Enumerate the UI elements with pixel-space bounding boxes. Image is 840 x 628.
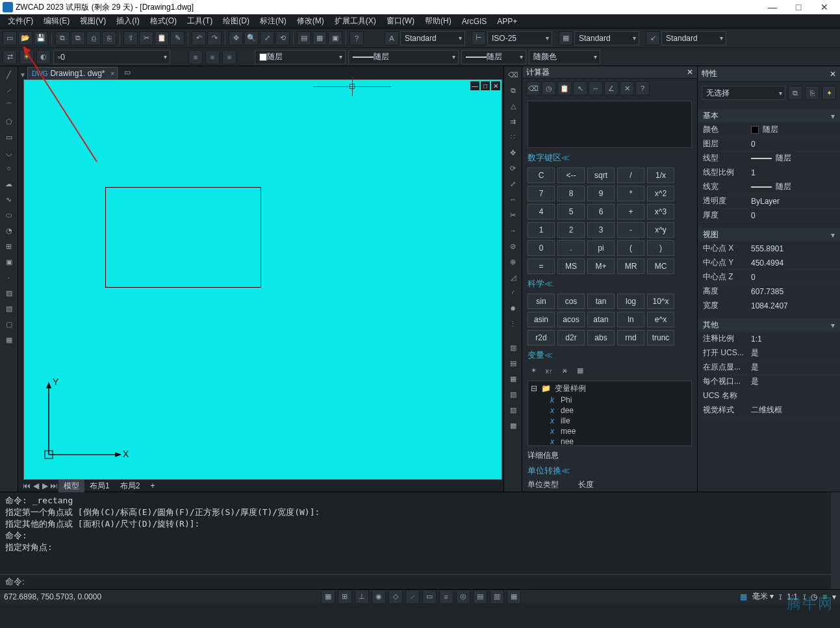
expand-icon[interactable]: ▾ xyxy=(832,592,836,601)
var-tree[interactable]: ⊟📁变量样例 kPhi xdee xille xmee xnee xrad xyxy=(528,381,692,446)
tab-layout2[interactable]: 布局2 xyxy=(115,480,146,492)
xline-icon[interactable]: ⟋ xyxy=(2,83,16,97)
calc-close-icon[interactable]: ✕ xyxy=(687,68,693,77)
menu-view[interactable]: 视图(V) xyxy=(75,14,111,28)
tablestyle-icon[interactable]: ▦ xyxy=(559,31,573,45)
calc-key-6[interactable]: 6 xyxy=(587,204,615,220)
tile3-icon[interactable]: ▦ xyxy=(506,371,520,386)
selection-select[interactable]: 无选择 xyxy=(702,86,785,100)
var-section[interactable]: 变量≪ xyxy=(522,348,697,362)
insert-icon[interactable]: ⊞ xyxy=(2,239,16,253)
menu-format[interactable]: 格式(O) xyxy=(145,14,182,28)
var-del-icon[interactable]: x̶ xyxy=(559,365,570,377)
layout-prev-icon[interactable]: ◀ xyxy=(31,481,40,490)
calc-key-1[interactable]: 1 xyxy=(528,222,555,238)
menu-tools[interactable]: 工具(T) xyxy=(182,14,218,28)
tile2-icon[interactable]: ▤ xyxy=(506,356,520,370)
layeroff-icon[interactable]: ≡ xyxy=(205,50,220,64)
calc-sci-10^x[interactable]: 10^x xyxy=(647,294,674,309)
calc-key--[interactable]: - xyxy=(617,222,644,238)
prop-ltype[interactable]: 随层 xyxy=(745,153,835,164)
pan-icon[interactable]: ✥ xyxy=(229,31,243,45)
unit-section[interactable]: 单位转换≪ xyxy=(522,464,697,478)
sub-min-icon[interactable]: — xyxy=(470,81,479,90)
tab-add[interactable]: + xyxy=(145,481,160,491)
var-item[interactable]: ille xyxy=(561,416,570,425)
calc-key-/[interactable]: / xyxy=(617,168,644,183)
menu-help[interactable]: 帮助(H) xyxy=(420,14,457,28)
calc-help-icon[interactable]: ? xyxy=(635,81,650,95)
layout-last-icon[interactable]: ⏭ xyxy=(49,481,58,490)
calc-sci-tan[interactable]: tan xyxy=(587,294,615,309)
dimstyle-select[interactable]: ISO-25 xyxy=(487,31,552,45)
grid-icon[interactable]: ▦ xyxy=(321,590,335,604)
prop-cx[interactable]: 555.8901 xyxy=(745,244,835,253)
trans-icon[interactable]: ▤ xyxy=(473,590,487,604)
ucs-status-icon[interactable]: ⟟ xyxy=(779,592,782,601)
revcloud-icon[interactable]: ☁ xyxy=(2,177,16,191)
calc-key-9[interactable]: 9 xyxy=(587,186,615,201)
calc-key-sqrt[interactable]: sqrt xyxy=(587,168,615,183)
ltype-select[interactable]: 随层 xyxy=(348,50,459,64)
region-icon[interactable]: ▢ xyxy=(2,317,16,331)
calc-sci-trunc[interactable]: trunc xyxy=(647,330,674,345)
stretch-icon[interactable]: ↔ xyxy=(506,192,520,207)
menu-app[interactable]: APP+ xyxy=(492,16,522,27)
color-select[interactable]: 随层 xyxy=(255,50,346,64)
maximize-button[interactable]: □ xyxy=(785,2,811,12)
calc-key-<--[interactable]: <-- xyxy=(557,168,585,183)
sect-view[interactable]: 视图 xyxy=(703,229,719,240)
chevron-down-icon[interactable]: ▾ xyxy=(831,112,835,121)
calc-key-2[interactable]: 2 xyxy=(557,222,585,238)
calc-sci-d2r[interactable]: d2r xyxy=(557,330,585,345)
tree-toggle-icon[interactable]: ⊟ xyxy=(531,384,537,393)
calc-key-x^3[interactable]: x^3 xyxy=(647,204,674,220)
block-icon[interactable]: ▣ xyxy=(2,255,16,269)
calc-icon[interactable]: ▦ xyxy=(312,31,327,45)
zoom-icon[interactable]: 🔍 xyxy=(244,31,259,45)
layerswitch-icon[interactable]: ⇄ xyxy=(3,50,17,64)
calc-sci-abs[interactable]: abs xyxy=(587,330,615,345)
polar-icon[interactable]: ◉ xyxy=(372,590,386,604)
var-item[interactable]: Phi xyxy=(561,396,572,405)
prop-cy[interactable]: 450.4994 xyxy=(745,258,835,268)
command-history[interactable]: 命令: _rectang 指定第一个角点或 [倒角(C)/标高(E)/圆角(F)… xyxy=(0,492,831,574)
sect-basic[interactable]: 基本 xyxy=(703,110,719,121)
annoscale-display[interactable]: 1:1 xyxy=(787,592,798,601)
tile1-icon[interactable]: ▥ xyxy=(506,340,520,355)
command-line[interactable]: 命令: xyxy=(0,574,831,589)
props-close-icon[interactable]: ✕ xyxy=(830,69,836,79)
coord-display[interactable]: 672.6898, 750.5703, 0.0000 xyxy=(4,592,101,601)
calc-key-x^y[interactable]: x^y xyxy=(647,222,674,238)
calc-getpt-icon[interactable]: ↖ xyxy=(573,81,587,95)
calc-sci-rnd[interactable]: rnd xyxy=(617,330,644,345)
canvas[interactable]: — □ ✕ xyxy=(23,79,502,480)
selsim-icon[interactable]: ⎘ xyxy=(805,86,819,100)
copy-icon[interactable]: ⧉ xyxy=(55,31,70,45)
calc-key-([interactable]: ( xyxy=(617,240,644,256)
calc-intx-icon[interactable]: ✕ xyxy=(620,81,634,95)
gradient-icon[interactable]: ▧ xyxy=(2,301,16,316)
calc-key-=[interactable]: = xyxy=(528,258,555,274)
layeriso-icon[interactable]: ≡ xyxy=(188,50,203,64)
move-icon[interactable]: ✥ xyxy=(506,145,520,160)
prop-lw[interactable]: 随层 xyxy=(745,181,835,192)
line-icon[interactable]: ╱ xyxy=(2,68,16,82)
calc-key-M+[interactable]: M+ xyxy=(587,258,615,274)
point-icon[interactable]: · xyxy=(2,270,16,284)
ortho-icon[interactable]: ⊥ xyxy=(355,590,369,604)
erase-icon[interactable]: ⌫ xyxy=(506,68,520,82)
circle-icon[interactable]: ○ xyxy=(2,161,16,175)
scrollbar[interactable] xyxy=(831,492,840,589)
var-new-icon[interactable]: ✶ xyxy=(528,365,539,377)
calc-key-8[interactable]: 8 xyxy=(557,186,585,201)
menu-window[interactable]: 窗口(W) xyxy=(381,14,420,28)
iso-icon[interactable]: ≡ xyxy=(822,592,827,601)
calc-hist-icon[interactable]: ◷ xyxy=(542,81,556,95)
qp-icon[interactable]: ▦ xyxy=(507,590,521,604)
tablestyle-select[interactable]: Standard xyxy=(574,31,639,45)
join-icon[interactable]: ⊕ xyxy=(506,255,520,269)
calc-sci-e^x[interactable]: e^x xyxy=(647,312,674,327)
open-icon[interactable]: 📂 xyxy=(18,31,32,45)
prop-ascale[interactable]: 1:1 xyxy=(745,334,835,344)
